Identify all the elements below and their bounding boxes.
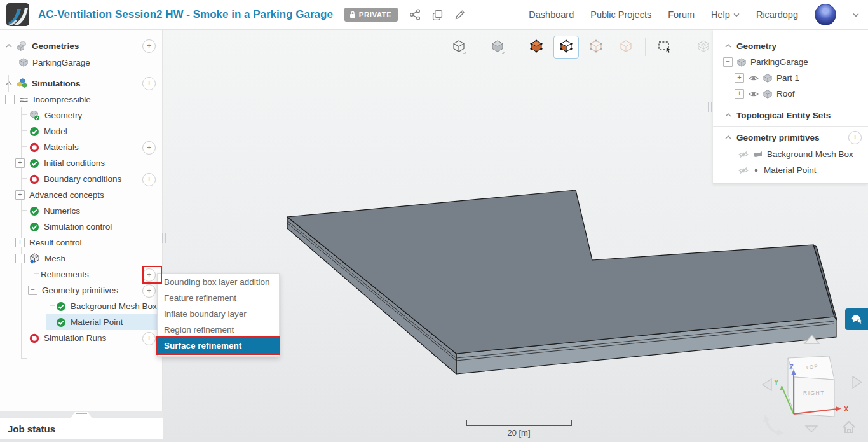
rpanel-item-background-mesh-box[interactable]: Background Mesh Box [713,146,868,162]
support-chat-button[interactable] [845,308,868,330]
add-geometry-button[interactable]: + [142,39,156,53]
sidebar-item-mesh[interactable]: − Mesh [0,251,162,266]
rpanel-section-geometry[interactable]: Geometry [713,38,868,54]
eye-icon[interactable] [749,90,759,98]
menu-item-bounding-box-layer-addition[interactable]: Bounding box layer addition [158,274,279,290]
sidebar-item-refinements[interactable]: Refinements + [0,266,162,282]
rpanel-item-material-point[interactable]: Material Point [713,162,868,178]
nav-down-arrow[interactable] [806,426,817,432]
sidebar-item-boundary-conditions[interactable]: Boundary conditions + [0,171,162,187]
add-simulation-button[interactable]: + [142,77,156,90]
sidebar-item-geometry[interactable]: Geometry [0,107,162,123]
tree-connector [21,114,27,115]
sidebar-item-result-control[interactable]: + Result control [0,235,162,251]
sidebar-item-geometries[interactable]: Geometries + [0,38,162,54]
add-geometry-primitive-button[interactable]: + [142,284,156,298]
account-chevron-down-icon[interactable] [853,13,859,17]
edge-select-icon[interactable] [583,36,609,59]
menu-item-region-refinement[interactable]: Region refinement [158,322,279,338]
add-material-button[interactable]: + [142,141,156,155]
expand-expander[interactable]: + [735,73,744,83]
navigation-cube-widget: TOP RIGHT Y Z X [756,353,868,442]
expand-expander[interactable]: + [15,158,25,168]
expand-expander[interactable]: + [15,190,25,200]
mesh-icon [29,253,40,264]
check-icon [56,301,66,312]
eye-off-icon[interactable] [738,151,749,158]
vertex-select-icon[interactable] [613,36,639,59]
face-select-icon[interactable] [553,36,579,59]
sidebar-item-initial-conditions[interactable]: + Initial conditions [0,155,162,171]
app-logo-icon[interactable] [6,3,29,26]
rpanel-section-topological-entity-sets[interactable]: Topological Entity Sets [713,106,868,124]
sidebar-item-materials[interactable]: Materials + [0,139,162,155]
collapse-expander[interactable]: − [15,254,25,263]
cube-icon [737,58,746,67]
solid-view-icon[interactable] [485,36,510,59]
nav-right-arrow[interactable] [853,376,862,388]
sidebar-item-parkinggarage[interactable]: ParkingGarage [0,54,162,71]
nav-forum[interactable]: Forum [668,10,695,20]
rpanel-item-parkinggarage[interactable]: − ParkingGarage [713,54,868,70]
add-geometry-primitive-button[interactable]: + [848,131,862,144]
sidebar-item-simulations[interactable]: Simulations + [0,75,162,92]
sidebar-item-material-point[interactable]: Material Point [0,314,162,330]
geometries-icon [17,41,27,51]
tree-connector [50,305,55,306]
lock-icon [349,11,356,18]
sidebar-resize-handle[interactable] [162,233,166,243]
home-view-icon[interactable] [843,422,855,432]
edit-pencil-icon[interactable] [454,10,465,20]
sidebar-item-simulation-runs[interactable]: Simulation Runs + [0,330,162,346]
box-select-icon[interactable] [652,36,677,59]
collapse-expander[interactable]: − [723,57,733,67]
copy-icon[interactable] [432,10,443,20]
rpanel-resize-handle[interactable] [708,102,712,112]
share-icon[interactable] [409,9,421,20]
sidebar-item-advanced-concepts[interactable]: + Advanced concepts [0,187,162,203]
wireframe-view-icon[interactable] [446,36,471,59]
tree-connector [8,92,16,92]
sidebar-item-geometry-primitives[interactable]: − Geometry primitives + [0,282,162,298]
collapse-expander[interactable]: − [28,286,37,295]
nav-username[interactable]: Ricardopg [756,10,798,20]
simulation-tree-panel: Geometries + ParkingGarage Simulations +… [0,29,163,411]
eye-icon[interactable] [749,74,759,82]
collapse-expander[interactable]: − [5,95,15,104]
menu-item-feature-refinement[interactable]: Feature refinement [158,290,279,306]
nav-public-projects[interactable]: Public Projects [590,10,651,20]
sidebar-item-numerics[interactable]: Numerics [0,203,162,219]
rotate-view-arrows[interactable] [763,415,784,436]
sidebar-item-incompressible[interactable]: − Incompressible [0,92,162,107]
toolbar-separator [478,38,478,56]
add-refinement-button[interactable]: + [142,268,156,282]
volume-select-icon[interactable] [524,36,549,59]
rpanel-section-geometry-primitives[interactable]: Geometry primitives + [713,128,868,146]
view-cube[interactable]: TOP RIGHT [788,356,834,417]
sidebar-item-model[interactable]: Model [0,123,162,139]
tree-connector [21,358,27,359]
tree-connector [21,130,27,131]
rpanel-item-part-1[interactable]: + Part 1 [713,70,868,86]
rpanel-item-roof[interactable]: + Roof [713,86,868,102]
cube-right-label: RIGHT [803,390,825,396]
job-status-panel[interactable]: Job status [0,418,163,439]
start-simulation-run-button[interactable]: + [142,332,156,345]
add-boundary-condition-button[interactable]: + [142,173,156,186]
axis-y-label: Y [774,378,779,386]
menu-item-inflate-boundary-layer[interactable]: Inflate boundary layer [158,306,279,322]
avatar[interactable] [815,4,836,25]
sidebar-item-background-mesh-box[interactable]: Background Mesh Box [0,298,162,314]
expand-expander[interactable]: + [15,238,25,247]
nav-left-arrow[interactable] [763,379,771,390]
eye-off-icon[interactable] [738,167,749,174]
sidebar-item-simulation-control[interactable]: Simulation control [0,219,162,235]
nav-help[interactable]: Help [711,10,740,20]
mesh-display-icon[interactable] [691,36,716,59]
project-title: AC-Ventilation Session2 HW - Smoke in a … [38,8,333,21]
nav-dashboard[interactable]: Dashboard [529,10,574,20]
cube-icon [19,58,28,67]
tree-connector [8,75,9,92]
expand-expander[interactable]: + [735,89,744,99]
menu-item-surface-refinement[interactable]: Surface refinement [158,338,279,354]
